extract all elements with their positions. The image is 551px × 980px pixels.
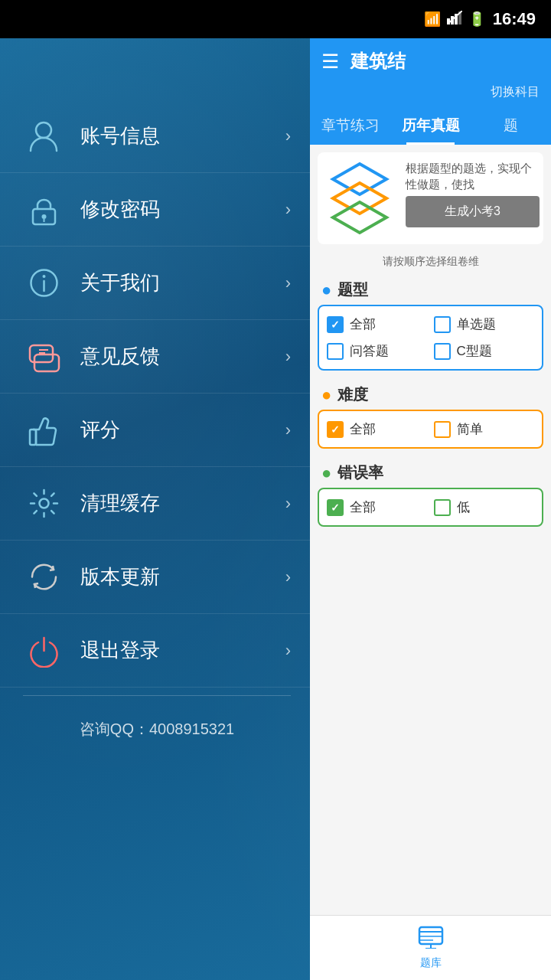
- lock-icon: [23, 188, 65, 230]
- logout-label: 退出登录: [80, 637, 285, 664]
- cb-ctype[interactable]: [434, 343, 451, 360]
- cb-all-type[interactable]: ✓: [327, 316, 344, 333]
- checkbox-single[interactable]: 单选题: [434, 315, 535, 333]
- svg-marker-19: [333, 164, 386, 194]
- svg-marker-21: [333, 202, 386, 233]
- nav-library[interactable]: 题库: [406, 922, 455, 974]
- section-difficulty-title: ● 难度: [318, 378, 543, 410]
- svg-rect-16: [30, 430, 36, 445]
- svg-rect-22: [419, 927, 442, 944]
- signal-icon: [447, 11, 462, 28]
- difficulty-group: ✓ 全部 简单: [318, 410, 543, 449]
- divider: [23, 695, 291, 696]
- checkbox-simple[interactable]: 简单: [434, 420, 535, 438]
- status-time: 16:49: [493, 9, 536, 29]
- tab-more[interactable]: 题: [471, 106, 551, 145]
- logo-section: 根据题型的题选，实现个性做题，使找 生成小考3: [318, 152, 543, 244]
- checkbox-all-err[interactable]: ✓ 全部: [327, 498, 428, 516]
- sidebar-item-rating[interactable]: 评分 ›: [0, 394, 314, 467]
- about-label: 关于我们: [80, 270, 285, 296]
- section-question-type-title: ● 题型: [318, 273, 543, 305]
- checkbox-qa[interactable]: 问答题: [327, 342, 428, 360]
- section-error-label: 错误率: [337, 462, 383, 483]
- cb-ctype-label: C型题: [457, 342, 492, 360]
- status-icons: 📶 🔋: [424, 11, 485, 28]
- contact-info: 咨询QQ：4008915321: [0, 704, 314, 755]
- password-label: 修改密码: [80, 196, 285, 223]
- account-arrow: ›: [285, 126, 291, 146]
- sidebar-item-logout[interactable]: 退出登录 ›: [0, 614, 314, 688]
- hamburger-button[interactable]: ☰: [321, 50, 339, 74]
- panel-header: ☰ 建筑结 切换科目 章节练习 历年真题 题: [310, 38, 551, 145]
- cache-arrow: ›: [285, 494, 291, 514]
- refresh-icon: [23, 556, 65, 598]
- logout-arrow: ›: [285, 641, 291, 661]
- cb-single-label: 单选题: [457, 315, 496, 333]
- about-arrow: ›: [285, 273, 291, 293]
- checkbox-all-type[interactable]: ✓ 全部: [327, 315, 428, 333]
- power-icon: [23, 629, 65, 671]
- account-label: 账号信息: [80, 122, 285, 149]
- svg-point-7: [42, 214, 47, 219]
- panel-subtitle[interactable]: 切换科目: [310, 84, 551, 106]
- logo-description: 根据题型的题选，实现个性做题，使找: [406, 160, 540, 192]
- library-label: 题库: [420, 956, 442, 970]
- generate-button[interactable]: 生成小考3: [406, 196, 540, 227]
- section-error-rate-title: ● 错误率: [318, 456, 543, 488]
- panel-content: 根据题型的题选，实现个性做题，使找 生成小考3 请按顺序选择组卷维 ● 题型 ✓…: [310, 145, 551, 915]
- cb-single[interactable]: [434, 316, 451, 333]
- error-rate-group: ✓ 全部 低: [318, 488, 543, 527]
- right-panel: ☰ 建筑结 切换科目 章节练习 历年真题 题 根据题型的题选，实现个性做题，使找: [310, 38, 551, 980]
- tab-chapter[interactable]: 章节练习: [310, 106, 390, 145]
- cb-all-diff[interactable]: ✓: [327, 421, 344, 438]
- checkbox-all-diff[interactable]: ✓ 全部: [327, 420, 428, 438]
- rating-arrow: ›: [285, 420, 291, 440]
- sidebar-item-update[interactable]: 版本更新 ›: [0, 541, 314, 614]
- info-icon: [23, 262, 65, 304]
- status-bar: 📶 🔋 16:49: [0, 0, 551, 38]
- feedback-label: 意见反馈: [80, 343, 285, 370]
- svg-point-11: [43, 275, 46, 278]
- dot-orange: ●: [321, 385, 331, 405]
- sidebar-item-password[interactable]: 修改密码 ›: [0, 173, 314, 247]
- feedback-arrow: ›: [285, 347, 291, 367]
- cb-all-err[interactable]: ✓: [327, 499, 344, 516]
- sidebar-item-cache[interactable]: 清理缓存 ›: [0, 467, 314, 541]
- panel-header-top: ☰ 建筑结: [310, 38, 551, 84]
- tabs: 章节练习 历年真题 题: [310, 106, 551, 145]
- tab-past[interactable]: 历年真题: [390, 106, 471, 145]
- section-type-label: 题型: [337, 279, 368, 300]
- dot-blue: ●: [321, 280, 331, 300]
- cb-all-type-label: 全部: [350, 315, 376, 333]
- tip-text: 请按顺序选择组卷维: [318, 250, 543, 273]
- panel-title: 建筑结: [350, 49, 540, 74]
- update-arrow: ›: [285, 567, 291, 587]
- svg-marker-20: [333, 183, 386, 214]
- chat-icon: [23, 335, 65, 377]
- cb-all-err-label: 全部: [350, 498, 376, 516]
- cache-label: 清理缓存: [80, 490, 285, 517]
- gear-icon: [23, 482, 65, 524]
- cb-simple[interactable]: [434, 421, 451, 438]
- battery-icon: 🔋: [468, 11, 485, 28]
- cb-qa[interactable]: [327, 343, 344, 360]
- person-icon: [23, 115, 65, 157]
- cb-qa-label: 问答题: [350, 342, 389, 360]
- sidebar-item-about[interactable]: 关于我们 ›: [0, 247, 314, 320]
- cb-low[interactable]: [434, 499, 451, 516]
- bottom-nav: 题库: [310, 915, 551, 980]
- section-difficulty-label: 难度: [337, 384, 368, 405]
- question-type-group: ✓ 全部 单选题 问答题 C型题: [318, 305, 543, 371]
- library-icon: [418, 926, 444, 954]
- rating-label: 评分: [80, 416, 285, 443]
- checkbox-low[interactable]: 低: [434, 498, 535, 516]
- cb-all-diff-label: 全部: [350, 420, 376, 438]
- checkbox-ctype[interactable]: C型题: [434, 342, 535, 360]
- stack-logo: [321, 160, 398, 237]
- sidebar-item-feedback[interactable]: 意见反馈 ›: [0, 320, 314, 394]
- password-arrow: ›: [285, 200, 291, 220]
- update-label: 版本更新: [80, 564, 285, 590]
- thumbup-icon: [23, 409, 65, 451]
- sidebar-item-account[interactable]: 账号信息 ›: [0, 100, 314, 173]
- sidebar: 账号信息 › 修改密码 › 关于我们 ›: [0, 38, 314, 980]
